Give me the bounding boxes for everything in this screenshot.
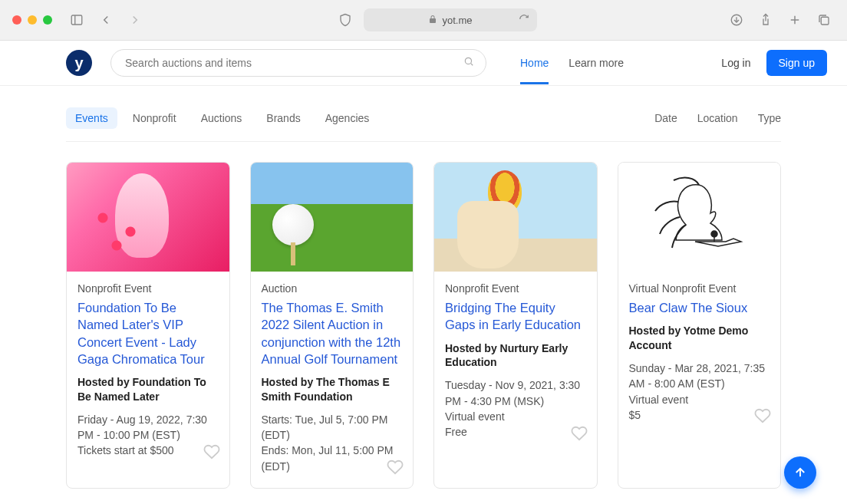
window-close-icon[interactable] <box>12 15 21 25</box>
window-maximize-icon[interactable] <box>43 15 52 25</box>
filter-location[interactable]: Location <box>697 112 738 124</box>
event-price: Tickets start at $500 <box>77 443 219 458</box>
favorite-icon[interactable] <box>571 425 588 445</box>
event-title[interactable]: Bridging The Equity Gaps in Early Educat… <box>445 299 586 334</box>
event-host: Hosted by Yotme Demo Account <box>629 324 770 353</box>
event-image[interactable] <box>434 163 597 272</box>
shield-icon[interactable] <box>335 9 356 31</box>
event-price: $5 <box>629 407 770 423</box>
event-card: Virtual Nonprofit Event Bear Claw The Si… <box>618 162 782 489</box>
nav-forward-icon[interactable] <box>124 9 146 31</box>
main-nav: Home Learn more <box>520 41 624 84</box>
search-wrap <box>110 49 486 77</box>
event-datetime: Tuesday - Nov 9, 2021, 3:30 PM - 4:30 PM… <box>445 377 586 409</box>
event-type: Auction <box>262 282 403 295</box>
event-end: Ends: Mon, Jul 11, 5:00 PM (EDT) <box>262 443 403 474</box>
filter-tab-brands[interactable]: Brands <box>257 107 309 129</box>
event-price: Free <box>445 424 586 440</box>
event-title[interactable]: Foundation To Be Named Later's VIP Conce… <box>77 299 219 367</box>
event-card: Nonprofit Event Foundation To Be Named L… <box>66 162 230 489</box>
logo[interactable]: y <box>66 50 92 76</box>
url-text: yot.me <box>442 15 472 26</box>
event-start: Starts: Tue, Jul 5, 7:00 PM (EDT) <box>262 412 403 443</box>
reload-icon[interactable] <box>519 14 529 27</box>
event-card: Auction The Thomas E. Smith 2022 Silent … <box>250 162 414 489</box>
filter-sort: Date Location Type <box>654 112 781 124</box>
filter-tabs: Events Nonprofit Auctions Brands Agencie… <box>66 107 378 129</box>
auth-area: Log in Sign up <box>721 50 827 76</box>
svg-point-8 <box>465 58 471 64</box>
event-host: Hosted by The Thomas E Smith Foundation <box>262 375 403 404</box>
filter-bar: Events Nonprofit Auctions Brands Agencie… <box>66 86 781 142</box>
favorite-icon[interactable] <box>203 443 220 463</box>
event-cards-grid: Nonprofit Event Foundation To Be Named L… <box>66 162 781 489</box>
event-datetime: Sunday - Mar 28, 2021, 7:35 AM - 8:00 AM… <box>629 361 770 392</box>
search-icon[interactable] <box>463 56 474 70</box>
share-icon[interactable] <box>755 9 776 31</box>
filter-tab-agencies[interactable]: Agencies <box>316 107 379 129</box>
site-header: y Home Learn more Log in Sign up <box>0 41 847 86</box>
filter-tab-events[interactable]: Events <box>66 107 117 129</box>
event-image[interactable] <box>67 163 229 272</box>
filter-tab-nonprofit[interactable]: Nonprofit <box>124 107 186 129</box>
browser-chrome: yot.me <box>0 0 847 41</box>
svg-rect-0 <box>71 15 82 25</box>
signup-button[interactable]: Sign up <box>766 50 827 76</box>
svg-point-10 <box>711 231 717 237</box>
event-card: Nonprofit Event Bridging The Equity Gaps… <box>433 162 598 489</box>
filter-tab-auctions[interactable]: Auctions <box>192 107 252 129</box>
event-title[interactable]: Bear Claw The Sioux <box>629 299 770 316</box>
tabs-overview-icon[interactable] <box>813 9 835 31</box>
svg-rect-7 <box>821 17 829 25</box>
event-type: Virtual Nonprofit Event <box>629 282 770 295</box>
search-input[interactable] <box>110 49 486 77</box>
event-host: Hosted by Foundation To Be Named Later <box>77 375 219 404</box>
event-datetime: Friday - Aug 19, 2022, 7:30 PM - 10:00 P… <box>77 412 219 443</box>
event-type: Nonprofit Event <box>445 282 586 295</box>
event-image[interactable] <box>251 163 414 272</box>
event-format: Virtual event <box>445 409 586 424</box>
nav-back-icon[interactable] <box>95 9 117 31</box>
filter-date[interactable]: Date <box>654 112 677 124</box>
login-link[interactable]: Log in <box>721 57 750 69</box>
window-minimize-icon[interactable] <box>28 15 37 25</box>
downloads-icon[interactable] <box>726 9 747 31</box>
event-format: Virtual event <box>629 392 770 407</box>
main-content: Events Nonprofit Auctions Brands Agencie… <box>66 86 781 504</box>
event-host: Hosted by Nurtury Early Education <box>445 341 586 371</box>
lock-icon <box>428 15 437 26</box>
nav-home[interactable]: Home <box>520 41 549 84</box>
filter-type[interactable]: Type <box>758 112 781 124</box>
url-bar[interactable]: yot.me <box>364 8 537 31</box>
favorite-icon[interactable] <box>387 459 404 479</box>
new-tab-icon[interactable] <box>784 9 806 31</box>
sidebar-toggle-icon[interactable] <box>66 9 87 31</box>
window-controls <box>12 15 52 25</box>
svg-line-9 <box>471 64 473 66</box>
favorite-icon[interactable] <box>754 407 771 427</box>
event-image[interactable] <box>618 163 781 272</box>
event-type: Nonprofit Event <box>77 282 219 295</box>
nav-learn-more[interactable]: Learn more <box>569 41 624 84</box>
scroll-top-button[interactable] <box>784 456 816 489</box>
event-title[interactable]: The Thomas E. Smith 2022 Silent Auction … <box>262 299 403 367</box>
